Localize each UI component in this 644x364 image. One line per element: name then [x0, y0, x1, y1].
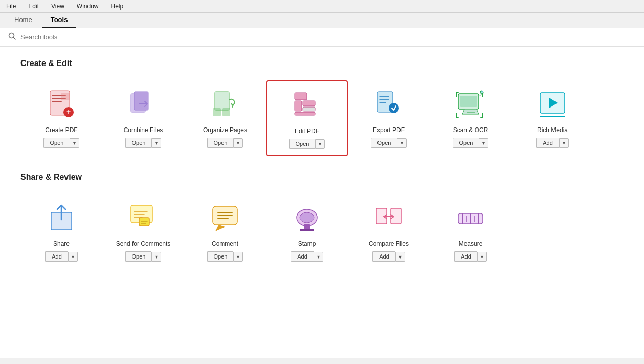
organize-pages-dropdown-btn[interactable]: ▾ [233, 138, 243, 148]
menu-view[interactable]: View [49, 2, 66, 11]
tool-scan-ocr[interactable]: Scan & OCR Open ▾ [430, 80, 512, 156]
rich-media-buttons: Add ▾ [536, 138, 569, 148]
svg-rect-7 [215, 92, 229, 110]
edit-pdf-icon [291, 90, 323, 122]
measure-buttons: Add ▾ [454, 251, 487, 262]
compare-files-name: Compare Files [369, 240, 409, 247]
svg-rect-10 [295, 93, 307, 100]
create-pdf-dropdown-btn[interactable]: ▾ [70, 138, 79, 148]
organize-pages-open-btn[interactable]: Open [207, 138, 234, 148]
share-buttons: Add ▾ [45, 251, 78, 262]
tab-tools[interactable]: Tools [42, 13, 76, 28]
tool-export-pdf[interactable]: Export PDF Open ▾ [348, 80, 430, 156]
create-pdf-buttons: Open ▾ [43, 138, 80, 148]
svg-rect-9 [222, 108, 230, 116]
tool-send-for-comments[interactable]: Send for Comments Open ▾ [102, 194, 184, 268]
tool-compare-files[interactable]: Compare Files Add ▾ [348, 194, 430, 268]
main-content: Create & Edit + Create PDF Open ▾ [0, 47, 644, 358]
rich-media-add-btn[interactable]: Add [536, 138, 559, 148]
comment-dropdown-btn[interactable]: ▾ [233, 252, 243, 262]
svg-point-16 [389, 103, 399, 113]
svg-rect-8 [213, 108, 221, 116]
scan-ocr-buttons: Open ▾ [453, 138, 489, 148]
menu-bar: File Edit View Window Help [0, 0, 644, 13]
svg-line-1 [14, 38, 16, 40]
create-edit-grid: + Create PDF Open ▾ Combine Files Open [20, 80, 624, 156]
menu-window[interactable]: Window [75, 2, 101, 11]
edit-pdf-buttons: Open ▾ [289, 139, 325, 149]
edit-pdf-dropdown-btn[interactable]: ▾ [315, 139, 325, 149]
svg-rect-13 [303, 107, 315, 111]
combine-files-icon [127, 89, 160, 121]
rich-media-dropdown-btn[interactable]: ▾ [559, 138, 569, 148]
compare-files-add-btn[interactable]: Add [372, 251, 395, 262]
menu-file[interactable]: File [4, 2, 18, 11]
scan-ocr-name: Scan & OCR [453, 126, 488, 134]
tab-bar: Home Tools [0, 13, 644, 28]
tool-create-pdf[interactable]: + Create PDF Open ▾ [20, 80, 102, 156]
svg-rect-30 [300, 229, 314, 231]
comment-name: Comment [212, 240, 238, 247]
export-pdf-open-btn[interactable]: Open [371, 138, 397, 148]
stamp-add-btn[interactable]: Add [291, 251, 314, 262]
svg-rect-14 [295, 112, 315, 115]
stamp-icon [291, 202, 323, 235]
share-add-btn[interactable]: Add [45, 251, 68, 262]
create-edit-title: Create & Edit [20, 59, 624, 68]
tool-measure[interactable]: Measure Add ▾ [430, 194, 512, 268]
measure-add-btn[interactable]: Add [454, 251, 477, 262]
svg-rect-11 [295, 101, 302, 111]
create-pdf-open-btn[interactable]: Open [43, 138, 70, 148]
measure-dropdown-btn[interactable]: ▾ [477, 252, 487, 262]
measure-icon [454, 202, 487, 235]
share-review-grid: Share Add ▾ Send for Comments Open ▾ [20, 194, 624, 268]
edit-pdf-name: Edit PDF [295, 127, 319, 135]
edit-pdf-open-btn[interactable]: Open [289, 139, 316, 149]
tool-rich-media[interactable]: Rich Media Add ▾ [512, 80, 593, 156]
share-dropdown-btn[interactable]: ▾ [68, 252, 78, 262]
tool-comment[interactable]: Comment Open ▾ [184, 194, 266, 268]
tool-edit-pdf[interactable]: Edit PDF Open ▾ [266, 80, 348, 156]
tool-organize-pages[interactable]: Organize Pages Open ▾ [184, 80, 266, 156]
send-for-comments-open-btn[interactable]: Open [125, 251, 152, 262]
combine-files-name: Combine Files [124, 126, 163, 134]
send-for-comments-dropdown-btn[interactable]: ▾ [151, 252, 161, 262]
stamp-buttons: Add ▾ [291, 251, 323, 262]
rich-media-name: Rich Media [537, 126, 568, 134]
scan-ocr-dropdown-btn[interactable]: ▾ [479, 138, 488, 148]
scan-ocr-open-btn[interactable]: Open [453, 138, 479, 148]
menu-help[interactable]: Help [109, 2, 126, 11]
tool-stamp[interactable]: Stamp Add ▾ [266, 194, 348, 268]
compare-files-dropdown-btn[interactable]: ▾ [395, 252, 405, 262]
export-pdf-dropdown-btn[interactable]: ▾ [397, 138, 407, 148]
send-for-comments-buttons: Open ▾ [125, 251, 162, 262]
scan-ocr-icon [454, 89, 487, 121]
tool-share[interactable]: Share Add ▾ [20, 194, 102, 268]
share-review-title: Share & Review [20, 173, 624, 182]
svg-rect-12 [303, 101, 315, 106]
create-pdf-name: Create PDF [45, 126, 77, 134]
tab-home[interactable]: Home [6, 13, 40, 28]
tool-combine-files[interactable]: Combine Files Open ▾ [102, 80, 184, 156]
compare-files-buttons: Add ▾ [372, 251, 405, 262]
search-input[interactable] [20, 33, 123, 41]
search-bar [0, 28, 644, 47]
svg-text:+: + [66, 108, 71, 116]
organize-pages-icon [209, 89, 241, 121]
comment-open-btn[interactable]: Open [207, 251, 234, 262]
combine-files-dropdown-btn[interactable]: ▾ [151, 138, 161, 148]
comment-buttons: Open ▾ [207, 251, 243, 262]
share-icon [45, 202, 78, 235]
stamp-dropdown-btn[interactable]: ▾ [314, 252, 323, 262]
organize-pages-buttons: Open ▾ [207, 138, 243, 148]
menu-edit[interactable]: Edit [26, 2, 41, 11]
comment-icon [209, 202, 241, 235]
measure-name: Measure [459, 240, 483, 247]
send-for-comments-icon [127, 202, 160, 235]
organize-pages-name: Organize Pages [203, 126, 247, 134]
export-pdf-name: Export PDF [373, 126, 405, 134]
search-icon [8, 32, 16, 42]
combine-files-open-btn[interactable]: Open [125, 138, 152, 148]
combine-files-buttons: Open ▾ [125, 138, 162, 148]
rich-media-icon [536, 89, 569, 121]
